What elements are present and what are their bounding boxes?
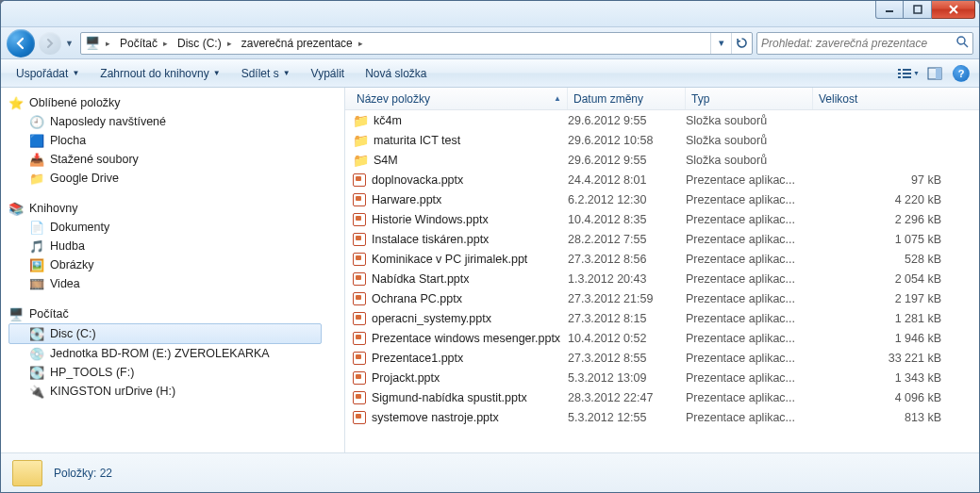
file-row[interactable]: Kominikace v PC jirimalek.ppt27.3.2012 8… xyxy=(345,249,979,269)
explorer-window: ▼ 🖥️ ▸ Počítač▸ Disc (C:)▸ zaverečná pre… xyxy=(0,0,980,493)
sidebar-item-label: Videa xyxy=(50,277,80,290)
file-type: Prezentace aplikac... xyxy=(686,332,813,345)
file-row[interactable]: Historie Windows.pptx10.4.2012 8:35Preze… xyxy=(345,209,979,229)
chevron-right-icon: ▸ xyxy=(104,39,112,48)
file-size: 1 281 kB xyxy=(813,312,979,325)
file-name: operacni_systemy.pptx xyxy=(372,312,491,325)
file-date: 5.3.2012 12:55 xyxy=(568,411,686,424)
navigation-pane[interactable]: ⭐ Oblíbené položky 🕘Naposledy navštívené… xyxy=(1,88,345,452)
disk-icon: 💽 xyxy=(29,326,44,341)
column-name[interactable]: Název položky▲ xyxy=(351,88,568,109)
file-name: Historie Windows.pptx xyxy=(372,213,489,226)
file-type: Prezentace aplikac... xyxy=(686,371,813,385)
file-date: 10.4.2012 0:52 xyxy=(568,332,686,345)
status-count: Položky: 22 xyxy=(54,467,112,480)
file-row[interactable]: systemove nastroje.pptx5.3.2012 12:55Pre… xyxy=(345,407,979,427)
file-row[interactable]: doplnovacka.pptx24.4.2012 8:01Prezentace… xyxy=(345,170,979,189)
file-row[interactable]: Nabídka Start.pptx1.3.2012 20:43Prezenta… xyxy=(345,269,979,288)
sidebar-item-drive[interactable]: 🔌KINGSTON urDrive (H:) xyxy=(8,382,344,401)
file-list-pane: Název položky▲ Datum změny Typ Velikost … xyxy=(345,88,979,452)
sidebar-item-favorite[interactable]: 📥Stažené soubory xyxy=(8,150,344,169)
file-row[interactable]: Ochrana PC.pptx27.3.2012 21:59Prezentace… xyxy=(345,288,979,308)
file-date: 29.6.2012 10:58 xyxy=(568,134,686,147)
breadcrumb[interactable]: zaverečná prezentace▸ xyxy=(238,33,369,54)
sidebar-item-library[interactable]: 🎵Hudba xyxy=(8,237,344,255)
file-row[interactable]: Prezentace windows mesenger.pptx10.4.201… xyxy=(345,328,979,348)
sidebar-item-library[interactable]: 📄Dokumenty xyxy=(8,218,344,237)
svg-line-5 xyxy=(964,43,968,47)
file-row[interactable]: Prezentace1.pptx27.3.2012 8:55Prezentace… xyxy=(345,348,979,368)
address-bar[interactable]: 🖥️ ▸ Počítač▸ Disc (C:)▸ zaverečná preze… xyxy=(80,32,753,55)
file-row[interactable]: Instalace tiskáren.pptx28.2.2012 7:55Pre… xyxy=(345,229,979,249)
file-size: 4 096 kB xyxy=(813,391,979,404)
powerpoint-icon xyxy=(353,193,366,206)
column-date[interactable]: Datum změny xyxy=(568,88,686,109)
file-size: 4 220 kB xyxy=(813,193,979,206)
sidebar-item-library[interactable]: 🎞️Videa xyxy=(8,274,344,293)
file-row[interactable]: 📁kč4m29.6.2012 9:55Složka souborů xyxy=(345,110,979,130)
file-row[interactable]: Harware.pptx6.2.2012 12:30Prezentace apl… xyxy=(345,189,979,209)
search-input[interactable]: Prohledat: zaverečná prezentace xyxy=(756,32,973,55)
sidebar-item-label: HP_TOOLS (F:) xyxy=(50,366,134,379)
sidebar-item-label: Google Drive xyxy=(50,172,119,185)
organize-menu[interactable]: Uspořádat▼ xyxy=(7,63,89,84)
sidebar-item-favorite[interactable]: 🕘Naposledy navštívené xyxy=(8,112,344,131)
sidebar-item-library[interactable]: 🖼️Obrázky xyxy=(8,255,344,274)
breadcrumb[interactable]: Počítač▸ xyxy=(116,33,174,54)
file-list[interactable]: 📁kč4m29.6.2012 9:55Složka souborů📁maturi… xyxy=(345,110,979,452)
file-size: 2 197 kB xyxy=(813,292,979,305)
file-row[interactable]: 📁S4M29.6.2012 9:55Složka souborů xyxy=(345,150,979,170)
file-type: Prezentace aplikac... xyxy=(686,391,813,404)
file-date: 27.3.2012 21:59 xyxy=(568,292,686,305)
file-type: Prezentace aplikac... xyxy=(686,233,813,246)
sidebar-item-favorite[interactable]: 🟦Plocha xyxy=(8,131,344,150)
file-date: 6.2.2012 12:30 xyxy=(568,193,686,206)
svg-rect-13 xyxy=(936,68,941,79)
back-button[interactable] xyxy=(7,29,35,58)
sidebar-item-drive[interactable]: 💿Jednotka BD-ROM (E:) ZVEROLEKARKA xyxy=(8,344,344,363)
share-menu[interactable]: Sdílet s▼ xyxy=(232,63,300,84)
new-folder-button[interactable]: Nová složka xyxy=(356,63,436,84)
sidebar-item-label: Disc (C:) xyxy=(50,327,96,340)
powerpoint-icon xyxy=(353,213,366,226)
burn-button[interactable]: Vypálit xyxy=(302,63,355,84)
file-row[interactable]: Projackt.pptx5.3.2012 13:09Prezentace ap… xyxy=(345,368,979,387)
help-button[interactable]: ? xyxy=(949,63,973,84)
favorites-group[interactable]: ⭐ Oblíbené položky xyxy=(8,93,344,112)
bd-icon: 💿 xyxy=(29,346,44,361)
forward-button[interactable] xyxy=(39,32,61,55)
arrow-right-icon xyxy=(44,38,56,49)
preview-pane-button[interactable] xyxy=(922,63,947,84)
file-row[interactable]: operacni_systemy.pptx27.3.2012 8:15Preze… xyxy=(345,308,979,328)
sidebar-item-favorite[interactable]: 📁Google Drive xyxy=(8,169,344,188)
file-date: 28.2.2012 7:55 xyxy=(568,233,686,246)
file-row[interactable]: Sigmund-nabídka spustit.pptx28.3.2012 22… xyxy=(345,387,979,407)
sidebar-item-drive[interactable]: 💽Disc (C:) xyxy=(8,323,322,344)
svg-rect-1 xyxy=(914,6,922,13)
computer-group[interactable]: 🖥️ Počítač xyxy=(8,304,344,323)
maximize-button[interactable] xyxy=(904,0,932,19)
file-type: Prezentace aplikac... xyxy=(686,312,813,325)
powerpoint-icon xyxy=(353,332,366,345)
usb-icon: 🔌 xyxy=(29,384,44,399)
sidebar-item-drive[interactable]: 💽HP_TOOLS (F:) xyxy=(8,363,344,382)
toolbar: Uspořádat▼ Zahrnout do knihovny▼ Sdílet … xyxy=(1,59,979,88)
sidebar-item-label: Dokumenty xyxy=(50,221,109,234)
nav-history-dropdown[interactable]: ▼ xyxy=(65,39,76,48)
file-row[interactable]: 📁maturita ICT test29.6.2012 10:58Složka … xyxy=(345,130,979,150)
column-type[interactable]: Typ xyxy=(686,88,813,109)
column-size[interactable]: Velikost xyxy=(813,88,979,109)
file-name: Nabídka Start.pptx xyxy=(372,272,470,286)
refresh-button[interactable] xyxy=(731,33,752,54)
breadcrumb[interactable]: Disc (C:)▸ xyxy=(174,33,238,54)
close-button[interactable] xyxy=(932,0,975,19)
view-mode-button[interactable]: ▼ xyxy=(896,63,921,84)
include-in-library-menu[interactable]: Zahrnout do knihovny▼ xyxy=(91,63,229,84)
address-dropdown[interactable]: ▾ xyxy=(710,33,731,54)
powerpoint-icon xyxy=(353,391,366,404)
disk-icon: 💽 xyxy=(29,365,44,380)
sidebar-item-label: Naposledy navštívené xyxy=(50,115,166,128)
libraries-group[interactable]: 📚 Knihovny xyxy=(8,199,344,218)
minimize-button[interactable] xyxy=(875,0,904,19)
file-size: 33 221 kB xyxy=(813,352,979,365)
